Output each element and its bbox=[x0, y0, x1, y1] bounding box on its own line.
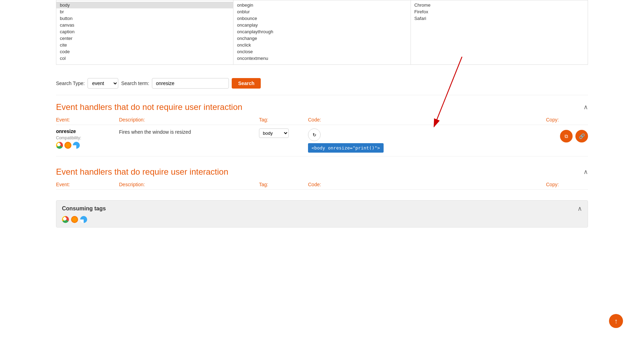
with-interaction-title: Event handlers that do require user inte… bbox=[56, 167, 228, 177]
code-snippet: <body onresize="print()"> bbox=[308, 143, 384, 153]
event-name: onresize bbox=[56, 128, 119, 134]
header-empty bbox=[406, 117, 546, 123]
copy-button[interactable]: ⧉ bbox=[560, 130, 573, 142]
refresh-button[interactable]: ↻ bbox=[308, 128, 321, 141]
no-interaction-title: Event handlers that do not require user … bbox=[56, 102, 242, 112]
header-tag: Tag: bbox=[259, 117, 308, 123]
list-item[interactable]: cite bbox=[56, 42, 233, 48]
consuming-chrome-icon bbox=[62, 216, 69, 223]
compat-info: Compatibility: bbox=[56, 135, 119, 149]
header-code2: Code: bbox=[308, 182, 406, 187]
list-item[interactable]: Firefox bbox=[411, 8, 588, 15]
tag-select-cell[interactable]: body frameset bbox=[259, 128, 308, 138]
consuming-tags-toggle[interactable]: ∧ bbox=[578, 205, 582, 212]
list-item[interactable]: caption bbox=[56, 28, 233, 35]
consuming-tags-title: Consuming tags bbox=[62, 205, 106, 212]
header-tag2: Tag: bbox=[259, 182, 308, 187]
no-interaction-section: Event handlers that do not require user … bbox=[56, 99, 588, 156]
chrome-icon bbox=[56, 142, 63, 149]
list-item[interactable]: onbounce bbox=[233, 15, 410, 22]
search-term-input[interactable] bbox=[152, 78, 229, 89]
list-item[interactable]: onchange bbox=[233, 35, 410, 42]
link-button[interactable]: 🔗 bbox=[575, 130, 588, 142]
list-item[interactable]: br bbox=[56, 8, 233, 15]
compat-label: Compatibility: bbox=[56, 135, 119, 140]
consuming-safari-icon bbox=[80, 216, 87, 223]
list-item[interactable]: onblur bbox=[233, 8, 410, 15]
with-interaction-table-header: Event: Description: Tag: Code: Copy: bbox=[56, 180, 588, 190]
list-item[interactable]: code bbox=[56, 48, 233, 55]
with-interaction-toggle[interactable]: ∧ bbox=[583, 168, 588, 176]
header-copy2: Copy: bbox=[546, 182, 588, 187]
search-bar: Search Type: event tag browser Search te… bbox=[56, 72, 588, 95]
copy-icon: ⧉ bbox=[565, 133, 568, 139]
list-item[interactable]: Chrome bbox=[411, 2, 588, 8]
tag-event-browser-lists: body br button canvas caption center cit… bbox=[56, 0, 588, 65]
event-list[interactable]: onbegin onblur onbounce oncanplay oncanp… bbox=[233, 0, 411, 64]
search-term-label: Search term: bbox=[121, 81, 149, 86]
no-interaction-table-header: Event: Description: Tag: Code: Copy: bbox=[56, 115, 588, 125]
consuming-firefox-icon bbox=[71, 216, 78, 223]
header-empty2 bbox=[406, 182, 546, 187]
no-interaction-toggle[interactable]: ∧ bbox=[583, 103, 588, 111]
code-cell: ↻ <body onresize="print()"> bbox=[308, 128, 406, 153]
list-item[interactable]: Safari bbox=[411, 15, 588, 22]
list-item[interactable]: body bbox=[56, 2, 233, 8]
with-interaction-section: Event handlers that do require user inte… bbox=[56, 163, 588, 190]
header-code: Code: bbox=[308, 117, 406, 123]
browser-icons bbox=[56, 142, 119, 149]
list-item[interactable]: oncanplaythrough bbox=[233, 28, 410, 35]
consuming-tags-header: Consuming tags ∧ bbox=[62, 205, 582, 212]
list-item[interactable]: onclick bbox=[233, 42, 410, 48]
tag-list[interactable]: body br button canvas caption center cit… bbox=[56, 0, 233, 64]
safari-icon bbox=[73, 142, 80, 149]
search-type-label: Search Type: bbox=[56, 81, 85, 86]
header-event2: Event: bbox=[56, 182, 119, 187]
list-item[interactable]: center bbox=[56, 35, 233, 42]
event-name-cell: onresize Compatibility: bbox=[56, 128, 119, 149]
table-row: onresize Compatibility: Fires when the w… bbox=[56, 125, 588, 156]
browser-list[interactable]: Chrome Firefox Safari bbox=[411, 0, 588, 64]
search-button[interactable]: Search bbox=[232, 78, 261, 89]
with-interaction-section-header: Event handlers that do require user inte… bbox=[56, 163, 588, 180]
list-item[interactable]: oncontextmenu bbox=[233, 55, 410, 62]
consuming-browsers bbox=[62, 216, 582, 223]
list-item[interactable]: onbegin bbox=[233, 2, 410, 8]
list-item[interactable]: oncanplay bbox=[233, 22, 410, 28]
link-icon: 🔗 bbox=[579, 133, 585, 139]
header-event: Event: bbox=[56, 117, 119, 123]
header-description2: Description: bbox=[119, 182, 259, 187]
list-item[interactable]: canvas bbox=[56, 22, 233, 28]
no-interaction-section-header: Event handlers that do not require user … bbox=[56, 99, 588, 115]
list-item[interactable]: onclose bbox=[233, 48, 410, 55]
header-copy: Copy: bbox=[546, 117, 588, 123]
search-type-select[interactable]: event tag browser bbox=[88, 78, 118, 89]
header-description: Description: bbox=[119, 117, 259, 123]
tag-select-dropdown[interactable]: body frameset bbox=[259, 128, 289, 138]
refresh-icon: ↻ bbox=[313, 132, 316, 138]
description-cell: Fires when the window is resized bbox=[119, 128, 259, 135]
list-item[interactable]: col bbox=[56, 55, 233, 62]
list-item[interactable]: button bbox=[56, 15, 233, 22]
firefox-icon bbox=[64, 142, 71, 149]
copy-cell: ⧉ 🔗 bbox=[546, 128, 588, 142]
consuming-tags-section: Consuming tags ∧ bbox=[56, 200, 588, 228]
